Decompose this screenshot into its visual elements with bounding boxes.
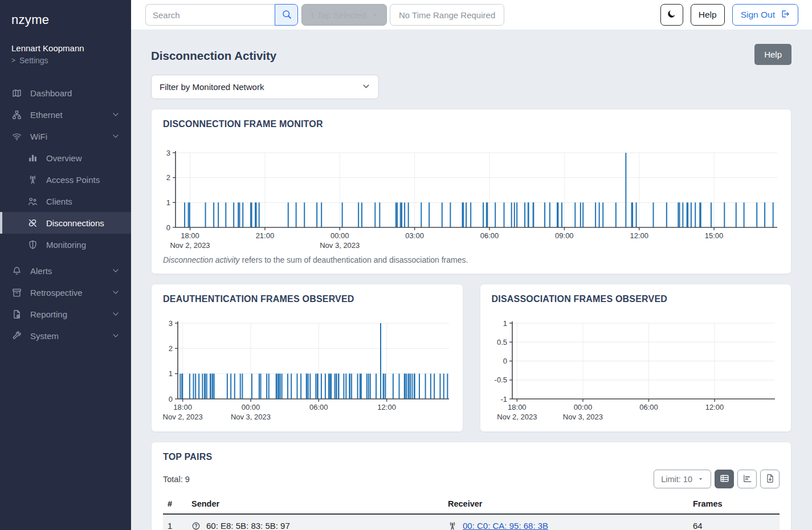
svg-text:-0.5: -0.5	[494, 376, 507, 384]
sidebar-item-reporting[interactable]: Reporting	[0, 303, 131, 325]
sidebar-item-system[interactable]: System	[0, 325, 131, 346]
report-icon	[11, 309, 22, 319]
svg-text:21:00: 21:00	[256, 231, 275, 240]
svg-text:0: 0	[503, 357, 507, 365]
chart-caption: Disconnection activity refers to the sum…	[163, 255, 780, 265]
sidebar-item-retrospective[interactable]: Retrospective	[0, 282, 131, 303]
column-header-sender: Sender	[187, 494, 443, 514]
user-name: Lennart Koopmann	[11, 43, 120, 53]
chevron-right-icon: >	[11, 56, 15, 64]
sidebar-item-ethernet[interactable]: Ethernet	[0, 104, 131, 125]
sign-out-button[interactable]: Sign Out	[732, 4, 798, 26]
sidebar-item-overview[interactable]: Overview	[0, 147, 131, 169]
clients-icon	[27, 197, 38, 206]
link-slash-icon	[27, 218, 38, 228]
page-content: Disconnection Activity Help Filter by Mo…	[131, 30, 812, 530]
sidebar-item-label: Monitoring	[46, 240, 120, 250]
shield-icon	[27, 240, 38, 250]
archive-icon	[11, 288, 22, 297]
sidebar: nzyme Lennart Koopmann > Settings Dashbo…	[0, 0, 131, 530]
file-download-icon	[765, 474, 775, 485]
dark-mode-button[interactable]	[660, 4, 683, 26]
svg-text:03:00: 03:00	[405, 231, 424, 240]
settings-link-label: Settings	[19, 56, 48, 65]
sidebar-item-dashboard[interactable]: Dashboard	[0, 82, 131, 104]
svg-text:09:00: 09:00	[555, 231, 574, 240]
chevron-down-icon	[112, 310, 120, 318]
topbar: 1 Tap Selected No Time Range Required He…	[131, 0, 812, 30]
sidebar-item-clients[interactable]: Clients	[0, 190, 131, 212]
moon-icon	[667, 9, 676, 21]
svg-text:Nov 2, 2023: Nov 2, 2023	[170, 241, 210, 250]
sidebar-item-label: Ethernet	[30, 110, 112, 120]
charts-row: DEAUTHENTICATION FRAMES OBSERVED 012318:…	[151, 274, 791, 432]
disconnection-frame-monitor-chart: 012318:00Nov 2, 202321:0000:00Nov 3, 202…	[163, 150, 780, 250]
chart-view-button[interactable]	[737, 470, 757, 488]
total-count: Total: 9	[163, 475, 190, 484]
frames-cell: 64	[688, 514, 780, 530]
chevron-down-icon	[112, 332, 120, 340]
column-header-frames: Frames	[688, 494, 780, 514]
search-group	[145, 4, 298, 26]
svg-text:0: 0	[166, 223, 170, 232]
svg-text:3: 3	[166, 150, 170, 157]
svg-text:Nov 3, 2023: Nov 3, 2023	[562, 413, 602, 421]
sidebar-item-access-points[interactable]: Access Points	[0, 169, 131, 190]
table-list-icon	[720, 474, 729, 485]
chevron-down-icon	[112, 111, 120, 119]
main-area: 1 Tap Selected No Time Range Required He…	[131, 0, 812, 530]
top-pairs-table: # Sender Receiver Frames 160: E8: 5B: 83…	[163, 494, 780, 530]
svg-text:2: 2	[166, 173, 170, 182]
rank-cell: 1	[163, 514, 187, 530]
svg-text:1: 1	[166, 198, 170, 207]
mac-address-link[interactable]: 00: C0: CA: 95: 68: 3B	[463, 521, 548, 530]
table-view-button[interactable]	[715, 470, 734, 488]
export-button[interactable]	[760, 470, 780, 488]
sidebar-item-disconnections[interactable]: Disconnections	[0, 212, 131, 234]
sidebar-item-label: Access Points	[46, 175, 120, 185]
search-icon	[281, 9, 292, 21]
svg-text:-1: -1	[500, 395, 507, 403]
svg-text:0.5: 0.5	[496, 338, 507, 346]
column-header-receiver: Receiver	[443, 494, 688, 514]
svg-text:00:00: 00:00	[242, 403, 260, 411]
chevron-down-icon	[112, 132, 120, 140]
table-buttons: Limit: 10	[654, 470, 780, 488]
sidebar-item-label: Clients	[46, 197, 120, 206]
card-title: DEAUTHENTICATION FRAMES OBSERVED	[163, 294, 451, 304]
map-icon	[11, 88, 22, 98]
disconnection-monitor-card: DISCONNECTION FRAME MONITOR 012318:00Nov…	[151, 109, 791, 274]
search-button[interactable]	[275, 4, 298, 26]
limit-select[interactable]: Limit: 10	[654, 470, 711, 488]
svg-text:1: 1	[169, 369, 173, 378]
sidebar-item-label: Overview	[46, 153, 120, 163]
settings-link[interactable]: > Settings	[11, 56, 120, 65]
search-input[interactable]	[145, 4, 275, 26]
card-title: TOP PAIRS	[163, 452, 780, 462]
chevron-down-icon	[112, 288, 120, 296]
sidebar-item-label: WiFi	[30, 132, 112, 141]
table-row: 160: E8: 5B: 83: 5B: 9700: C0: CA: 95: 6…	[163, 514, 780, 530]
page-help-button[interactable]: Help	[754, 44, 791, 65]
svg-text:00:00: 00:00	[573, 403, 592, 411]
sidebar-item-wifi[interactable]: WiFi	[0, 125, 131, 147]
network-filter-select[interactable]: Filter by Monitored Network	[151, 75, 379, 99]
sidebar-item-monitoring[interactable]: Monitoring	[0, 234, 131, 255]
svg-text:0: 0	[169, 395, 173, 403]
sidebar-item-alerts[interactable]: Alerts	[0, 260, 131, 282]
svg-text:12:00: 12:00	[705, 403, 724, 411]
tap-selector-label: 1 Tap Selected	[310, 10, 366, 20]
wifi-icon	[11, 132, 22, 141]
time-range-button[interactable]: No Time Range Required	[390, 4, 504, 26]
help-button[interactable]: Help	[691, 4, 725, 26]
tap-selector-button[interactable]: 1 Tap Selected	[301, 4, 387, 26]
svg-text:15:00: 15:00	[705, 231, 724, 240]
sidebar-nav: DashboardEthernetWiFiOverviewAccess Poin…	[0, 82, 131, 346]
svg-text:18:00: 18:00	[173, 403, 192, 411]
antenna-icon	[27, 175, 38, 185]
sign-out-label: Sign Out	[741, 10, 775, 20]
receiver-cell: 00: C0: CA: 95: 68: 3B	[443, 514, 688, 530]
svg-text:Nov 3, 2023: Nov 3, 2023	[320, 241, 360, 250]
brand-logo[interactable]: nzyme	[0, 0, 131, 27]
svg-text:18:00: 18:00	[508, 403, 527, 411]
